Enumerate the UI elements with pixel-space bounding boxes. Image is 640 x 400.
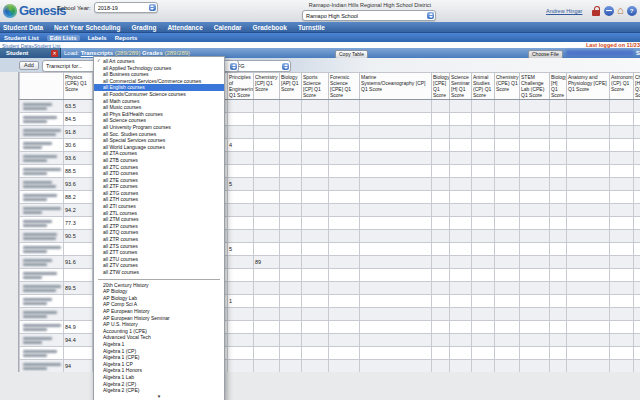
- student-name-redacted[interactable]: [20, 256, 64, 269]
- student-name-redacted[interactable]: [20, 191, 64, 204]
- student-name-redacted[interactable]: [20, 113, 64, 126]
- nav-item[interactable]: Student Data: [3, 24, 43, 31]
- school-year-select[interactable]: 2018-19: [94, 2, 158, 13]
- dropdown-option[interactable]: all University Program courses: [94, 124, 224, 131]
- dropdown-option[interactable]: all Applied Technology courses: [94, 65, 224, 72]
- student-name-redacted[interactable]: [20, 204, 64, 217]
- dropdown-option[interactable]: all ZTL courses: [94, 210, 224, 217]
- scroll-down-icon[interactable]: ▼: [94, 394, 224, 400]
- dropdown-option[interactable]: Algebra 1: [94, 341, 224, 348]
- nav-item[interactable]: Next Year Scheduling: [54, 24, 120, 31]
- grade-cell: [228, 256, 254, 269]
- add-button[interactable]: Add: [19, 61, 39, 70]
- student-name-redacted[interactable]: [20, 217, 64, 230]
- dropdown-option[interactable]: all World Language courses: [94, 144, 224, 151]
- student-name-redacted[interactable]: [20, 334, 64, 347]
- student-name-redacted[interactable]: [20, 347, 64, 360]
- dropdown-option[interactable]: Algebra 2 (CPE): [94, 387, 224, 394]
- dropdown-option[interactable]: all ZTV courses: [94, 262, 224, 269]
- dropdown-option[interactable]: AP Biology Lab: [94, 295, 224, 302]
- student-name-redacted[interactable]: [20, 152, 64, 165]
- student-name-redacted[interactable]: [20, 178, 64, 191]
- subnav-item[interactable]: Reports: [115, 35, 138, 41]
- dropdown-option[interactable]: all English courses: [94, 84, 224, 91]
- dropdown-option[interactable]: all ZTG courses: [94, 190, 224, 197]
- dropdown-option[interactable]: Algebra 1 (CP): [94, 348, 224, 355]
- dropdown-option[interactable]: all ZTA courses: [94, 150, 224, 157]
- dropdown-option[interactable]: Algebra 2 (CP): [94, 381, 224, 388]
- student-name-redacted[interactable]: [20, 308, 64, 321]
- grades-link[interactable]: Grades: [142, 50, 163, 56]
- nav-item[interactable]: Calendar: [214, 24, 242, 31]
- dropdown-option[interactable]: all ZTP courses: [94, 223, 224, 230]
- dropdown-option[interactable]: [98, 277, 220, 280]
- nav-item[interactable]: Turnstile: [298, 24, 325, 31]
- dropdown-option[interactable]: all Foods/Consumer Science courses: [94, 91, 224, 98]
- subnav-item[interactable]: Edit Lists: [47, 35, 80, 41]
- dropdown-option[interactable]: all ZTM courses: [94, 216, 224, 223]
- lock-icon[interactable]: [591, 5, 601, 16]
- dropdown-option[interactable]: Accounting 1 (CPE): [94, 328, 224, 335]
- subnav-item[interactable]: Labels: [88, 35, 107, 41]
- dropdown-option[interactable]: Algebra 1 CP: [94, 361, 224, 368]
- student-name-redacted[interactable]: [20, 230, 64, 243]
- dropdown-option[interactable]: all Soc. Studies courses: [94, 131, 224, 138]
- dropdown-option[interactable]: AP Comp Sci A: [94, 301, 224, 308]
- dropdown-option[interactable]: Algebra 1 Honors: [94, 367, 224, 374]
- dropdown-option[interactable]: all ZTS courses: [94, 243, 224, 250]
- dropdown-option[interactable]: all Music courses: [94, 104, 224, 111]
- transcripts-link[interactable]: Transcripts: [81, 50, 113, 56]
- dropdown-option[interactable]: all ZTI courses: [94, 203, 224, 210]
- student-name-redacted[interactable]: [20, 282, 64, 295]
- student-name-redacted[interactable]: [20, 165, 64, 178]
- dropdown-option[interactable]: all ZTW courses: [94, 269, 224, 276]
- dropdown-option[interactable]: AP Biology: [94, 288, 224, 295]
- dropdown-option[interactable]: 20th Century History: [94, 282, 224, 289]
- dropdown-option[interactable]: all Math courses: [94, 98, 224, 105]
- dropdown-option[interactable]: all ZTH courses: [94, 196, 224, 203]
- dropdown-option[interactable]: all ZTU courses: [94, 256, 224, 263]
- close-icon[interactable]: ✕: [51, 50, 58, 57]
- nav-item[interactable]: Grading: [131, 24, 156, 31]
- dropdown-option[interactable]: Algebra 1 Lab: [94, 374, 224, 381]
- user-name-link[interactable]: Andrew Hingar: [546, 8, 582, 14]
- student-name-redacted[interactable]: [20, 295, 64, 308]
- dropdown-option[interactable]: AP U.S. History: [94, 321, 224, 328]
- dropdown-option[interactable]: all ZTR courses: [94, 236, 224, 243]
- tab-student[interactable]: Student ✕: [0, 48, 61, 58]
- dropdown-option[interactable]: all ZTC courses: [94, 164, 224, 171]
- nav-item[interactable]: Gradebook: [253, 24, 287, 31]
- minus-circle-icon[interactable]: [604, 6, 614, 16]
- dropdown-option[interactable]: Algebra 1 (CPE): [94, 354, 224, 361]
- dropdown-option[interactable]: all Phys Ed/Health courses: [94, 111, 224, 118]
- student-name-redacted[interactable]: [20, 100, 64, 113]
- dropdown-option[interactable]: all ZTQ courses: [94, 229, 224, 236]
- dropdown-option[interactable]: all ZTD courses: [94, 170, 224, 177]
- student-name-redacted[interactable]: [20, 126, 64, 139]
- dropdown-option[interactable]: AP European History: [94, 308, 224, 315]
- student-name-redacted[interactable]: [20, 139, 64, 152]
- dropdown-option[interactable]: Advanced Vocal Tech: [94, 334, 224, 341]
- subnav-item[interactable]: Student List: [4, 35, 39, 41]
- school-select[interactable]: Ramapo High School: [302, 10, 436, 21]
- column-header: Principles of Engineering Q1 Score: [228, 73, 254, 100]
- grade-column-select[interactable]: FG: [233, 60, 291, 72]
- dropdown-option[interactable]: all ZTF courses: [94, 183, 224, 190]
- dropdown-option[interactable]: ✓ all Art courses: [94, 58, 224, 65]
- dropdown-option[interactable]: AP European History Seminar: [94, 315, 224, 322]
- home-icon[interactable]: ⌂: [617, 5, 624, 16]
- dropdown-option[interactable]: all Business courses: [94, 71, 224, 78]
- student-name-redacted[interactable]: [20, 243, 64, 256]
- student-name-redacted[interactable]: [20, 321, 64, 334]
- help-circle-icon[interactable]: ?: [627, 6, 637, 16]
- dropdown-option[interactable]: all ZTE courses: [94, 177, 224, 184]
- student-name-redacted[interactable]: [20, 360, 64, 373]
- nav-item[interactable]: Attendance: [167, 24, 202, 31]
- dropdown-option[interactable]: all ZTB courses: [94, 157, 224, 164]
- student-name-redacted[interactable]: [20, 269, 64, 282]
- dropdown-option[interactable]: all Special Services courses: [94, 137, 224, 144]
- dropdown-option[interactable]: all Science courses: [94, 117, 224, 124]
- dropdown-option[interactable]: all ZTT courses: [94, 249, 224, 256]
- grade-cell: [567, 282, 610, 295]
- dropdown-option[interactable]: all Commercial Services/Commerce courses: [94, 78, 224, 85]
